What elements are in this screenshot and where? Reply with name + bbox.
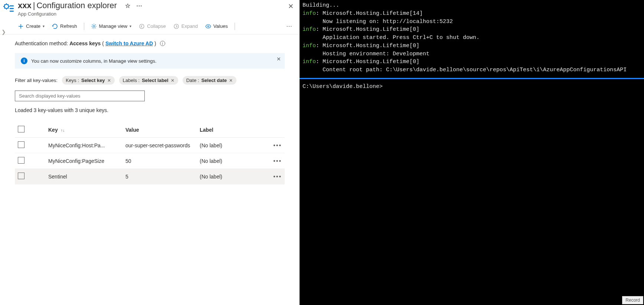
terminal-separator — [300, 78, 644, 79]
app-configuration-icon — [2, 2, 15, 15]
cell-label: (No label) — [197, 153, 266, 169]
svg-rect-2 — [10, 8, 14, 9]
expand-button[interactable]: Expand — [170, 22, 201, 31]
create-button[interactable]: Create ▾ — [15, 22, 48, 31]
table-row[interactable]: MyNiceConfig:Host:Pa...our-super-secret-… — [15, 138, 285, 153]
page-header: xxx | Configuration explorer ☆ ⋯ App Con… — [0, 0, 300, 18]
header-more-icon[interactable]: ⋯ — [134, 1, 144, 10]
favorite-star-icon[interactable]: ☆ — [123, 1, 133, 10]
row-actions-icon[interactable]: ••• — [266, 169, 285, 184]
plus-icon — [18, 23, 24, 29]
close-icon[interactable]: ✕ — [277, 56, 281, 62]
row-checkbox[interactable] — [18, 157, 24, 164]
nav-collapse-icon[interactable]: ❯ — [0, 27, 7, 36]
cell-key: MyNiceConfig:Host:Pa... — [30, 138, 122, 153]
clear-icon[interactable]: ✕ — [107, 78, 111, 83]
toolbar-separator — [235, 23, 235, 30]
row-checkbox[interactable] — [18, 173, 24, 179]
chevron-right-circle-icon — [173, 23, 179, 29]
page-name: Configuration explorer — [36, 1, 117, 10]
resource-name: xxx — [18, 1, 32, 10]
sort-icon: ↑↓ — [61, 128, 65, 132]
toolbar-separator — [84, 23, 84, 30]
eye-icon — [205, 23, 211, 29]
manage-view-button[interactable]: Manage view ▾ — [88, 22, 135, 31]
search-input[interactable] — [15, 91, 145, 101]
close-panel-icon[interactable]: ✕ — [284, 1, 297, 12]
svg-point-0 — [4, 4, 9, 9]
collapse-button[interactable]: Collapse — [136, 22, 169, 31]
column-header-key[interactable]: Key ↑↓ — [30, 122, 122, 138]
column-header-label[interactable]: Label — [197, 122, 266, 138]
select-all-checkbox[interactable] — [18, 126, 24, 132]
toolbar-more-icon[interactable]: ⋯ — [282, 21, 297, 31]
toolbar: Create ▾ Refresh Manage view ▾ Collapse — [0, 18, 300, 35]
cell-value: 50 — [122, 153, 197, 169]
azure-panel: ❯ xxx | Configuration explorer ☆ ⋯ App C… — [0, 0, 300, 305]
table-row[interactable]: MyNiceConfig:PageSize50(No label)••• — [15, 153, 285, 169]
chevron-down-icon: ▾ — [43, 24, 45, 28]
terminal-prompt-area[interactable]: C:\Users\davide.bellone> — [300, 81, 644, 305]
row-actions-icon[interactable]: ••• — [266, 153, 285, 169]
svg-point-5 — [140, 24, 144, 29]
row-actions-icon[interactable]: ••• — [266, 138, 285, 153]
cell-value: 5 — [122, 169, 197, 184]
refresh-button[interactable]: Refresh — [49, 22, 80, 31]
terminal-output: Building...info: Microsoft.Hosting.Lifet… — [300, 0, 644, 76]
svg-point-6 — [174, 24, 179, 29]
info-icon[interactable]: i — [160, 41, 165, 46]
loaded-summary: Loaded 3 key-values with 3 unique keys. — [15, 107, 285, 113]
cell-label: (No label) — [197, 138, 266, 153]
filter-date-pill[interactable]: Date : Select date ✕ — [183, 76, 236, 85]
cell-value: our-super-secret-passwords — [122, 138, 197, 153]
content-body: Authentication method: Access keys (Swit… — [0, 35, 300, 305]
svg-point-4 — [93, 25, 95, 27]
cell-key: Sentinel — [30, 169, 122, 184]
row-checkbox[interactable] — [18, 141, 24, 148]
info-banner-text: You can now customize columns, in Manage… — [31, 58, 157, 64]
clear-icon[interactable]: ✕ — [171, 78, 174, 83]
terminal-prompt: C:\Users\davide.bellone> — [303, 83, 383, 90]
auth-method-line: Authentication method: Access keys (Swit… — [15, 40, 285, 46]
chevron-down-icon: ▾ — [130, 24, 131, 28]
filters-row: Filter all key-values: Keys : Select key… — [15, 76, 285, 85]
record-button[interactable]: Record — [622, 296, 643, 304]
chevron-left-circle-icon — [139, 23, 145, 29]
cell-label: (No label) — [197, 169, 266, 184]
switch-auth-link[interactable]: Switch to Azure AD — [105, 40, 153, 46]
key-values-table: Key ↑↓ Value Label MyNiceConfig:Host:Pa.… — [15, 122, 285, 184]
table-row[interactable]: Sentinel5(No label)••• — [15, 169, 285, 184]
info-solid-icon: i — [21, 58, 27, 64]
filters-label: Filter all key-values: — [15, 78, 58, 83]
filter-labels-pill[interactable]: Labels : Select label ✕ — [119, 76, 178, 85]
clear-icon[interactable]: ✕ — [229, 78, 233, 83]
page-subtitle: App Configuration — [18, 11, 281, 17]
column-header-value[interactable]: Value — [122, 122, 197, 138]
gear-icon — [91, 23, 97, 29]
values-button[interactable]: Values — [202, 22, 231, 31]
info-banner: i You can now customize columns, in Mana… — [15, 53, 285, 69]
svg-point-7 — [207, 26, 209, 27]
svg-rect-3 — [10, 11, 14, 12]
cell-key: MyNiceConfig:PageSize — [30, 153, 122, 169]
terminal-panel: Building...info: Microsoft.Hosting.Lifet… — [300, 0, 644, 305]
refresh-icon — [52, 23, 58, 29]
page-title: xxx | Configuration explorer ☆ ⋯ — [18, 1, 281, 10]
svg-rect-1 — [10, 6, 14, 7]
filter-keys-pill[interactable]: Keys : Select key ✕ — [62, 76, 115, 85]
